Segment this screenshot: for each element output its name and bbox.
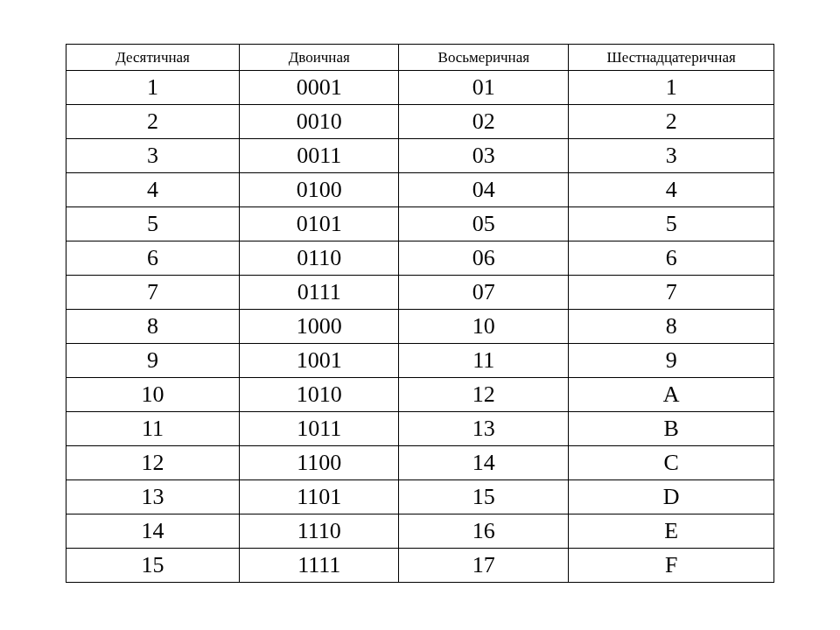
table-cell: A [569,378,774,412]
table-cell: 0111 [240,276,399,310]
table-cell: 2 [66,105,240,139]
header-hex: Шестнадцатеричная [569,45,774,71]
table-row: 11101113B [66,412,774,446]
table-cell: 3 [569,139,774,173]
table-cell: 6 [569,242,774,276]
table-cell: 10 [399,310,569,344]
table-cell: 1001 [240,344,399,378]
table-cell: 4 [569,173,774,207]
table-cell: E [569,514,774,549]
table-cell: 1011 [240,412,399,446]
table-cell: 06 [399,242,569,276]
table-cell: 07 [399,276,569,310]
table-row: 13110115D [66,480,774,514]
table-cell: 0010 [240,105,399,139]
table-cell: 13 [66,480,240,514]
table-cell: 14 [66,514,240,549]
table-cell: 0110 [240,242,399,276]
table-cell: C [569,446,774,480]
table-row: 30011033 [66,139,774,173]
table-cell: 0100 [240,173,399,207]
table-cell: 12 [399,378,569,412]
table-cell: 6 [66,242,240,276]
table-cell: 1101 [240,480,399,514]
table-cell: 01 [399,71,569,105]
table-cell: 11 [399,344,569,378]
table-cell: 2 [569,105,774,139]
table-cell: 1 [569,71,774,105]
table-row: 91001119 [66,344,774,378]
table-cell: 13 [399,412,569,446]
table-cell: 7 [569,276,774,310]
table-cell: 17 [399,549,569,583]
table-cell: B [569,412,774,446]
table-cell: 04 [399,173,569,207]
table-cell: 7 [66,276,240,310]
table-cell: 1 [66,71,240,105]
table-row: 15111117F [66,549,774,583]
table-cell: 9 [569,344,774,378]
table-cell: 8 [569,310,774,344]
table-cell: 16 [399,514,569,549]
table-cell: 03 [399,139,569,173]
table-header-row: Десятичная Двоичная Восьмеричная Шестнад… [66,45,774,71]
table-row: 50101055 [66,207,774,242]
table-cell: F [569,549,774,583]
table-body: 1000101120010022300110334010004450101055… [66,71,774,583]
table-cell: 1111 [240,549,399,583]
table-cell: 4 [66,173,240,207]
table-row: 12110014C [66,446,774,480]
table-row: 10001011 [66,71,774,105]
table-cell: 5 [66,207,240,242]
header-octal: Восьмеричная [399,45,569,71]
header-binary: Двоичная [240,45,399,71]
header-decimal: Десятичная [66,45,240,71]
table-cell: 5 [569,207,774,242]
table-cell: 15 [66,549,240,583]
table-cell: 3 [66,139,240,173]
table-row: 20010022 [66,105,774,139]
table-cell: 15 [399,480,569,514]
table-cell: 1000 [240,310,399,344]
table-cell: 0101 [240,207,399,242]
table-row: 10101012A [66,378,774,412]
table-row: 70111077 [66,276,774,310]
table-cell: 14 [399,446,569,480]
table-cell: 9 [66,344,240,378]
table-cell: 0011 [240,139,399,173]
table-cell: 0001 [240,71,399,105]
table-cell: 05 [399,207,569,242]
table-row: 60110066 [66,242,774,276]
table-cell: 1010 [240,378,399,412]
table-row: 14111016E [66,514,774,549]
table-row: 40100044 [66,173,774,207]
number-system-table: Десятичная Двоичная Восьмеричная Шестнад… [66,44,774,583]
table-row: 81000108 [66,310,774,344]
table-cell: 02 [399,105,569,139]
table-cell: 11 [66,412,240,446]
table-cell: 8 [66,310,240,344]
table-cell: 1110 [240,514,399,549]
table-cell: D [569,480,774,514]
table-cell: 1100 [240,446,399,480]
table-cell: 12 [66,446,240,480]
table-cell: 10 [66,378,240,412]
